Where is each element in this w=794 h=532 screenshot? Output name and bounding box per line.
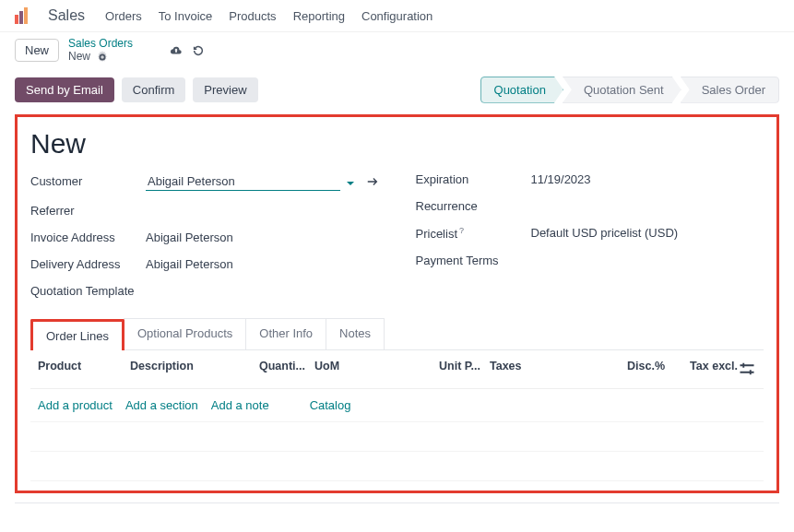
table-row (30, 452, 764, 481)
payment-terms-label: Payment Terms (416, 254, 531, 267)
referrer-label: Referrer (30, 204, 146, 218)
discard-icon[interactable] (192, 44, 205, 57)
nav-products[interactable]: Products (229, 9, 276, 23)
tab-other-info[interactable]: Other Info (245, 318, 326, 349)
status-pipeline: Quotation Quotation Sent Sales Order (481, 77, 779, 103)
breadcrumb-root[interactable]: Sales Orders (68, 38, 133, 51)
gear-icon[interactable] (96, 51, 109, 64)
tab-order-lines[interactable]: Order Lines (30, 319, 124, 350)
divider (15, 502, 779, 503)
catalog-link[interactable]: Catalog (310, 398, 351, 412)
col-description[interactable]: Description (130, 360, 259, 381)
new-button[interactable]: New (15, 39, 59, 62)
action-bar: Send by Email Confirm Preview Quotation … (0, 69, 794, 111)
customer-label: Customer (30, 174, 146, 188)
breadcrumb: Sales Orders New (68, 38, 133, 64)
record-title: New (30, 128, 764, 160)
stage-quotation[interactable]: Quotation (480, 77, 563, 103)
stage-quotation-sent[interactable]: Quotation Sent (563, 77, 681, 103)
add-section-link[interactable]: Add a section (125, 398, 198, 412)
control-bar: New Sales Orders New (0, 32, 794, 69)
col-quantity[interactable]: Quanti... (259, 360, 314, 381)
tab-optional-products[interactable]: Optional Products (124, 318, 246, 349)
table-header: Product Description Quanti... UoM Unit P… (30, 350, 764, 389)
breadcrumb-current: New (68, 51, 90, 64)
app-logo-icon (15, 7, 31, 24)
table-row (30, 422, 764, 452)
expiration-label: Expiration (416, 172, 531, 186)
send-email-button[interactable]: Send by Email (15, 77, 114, 102)
order-lines-table: Product Description Quanti... UoM Unit P… (30, 350, 764, 481)
col-discount[interactable]: Disc.% (591, 360, 665, 381)
open-record-icon[interactable] (366, 175, 379, 188)
col-product[interactable]: Product (38, 360, 130, 381)
delivery-address-value[interactable]: Abigail Peterson (146, 257, 379, 271)
invoice-address-value[interactable]: Abigail Peterson (146, 231, 379, 244)
confirm-button[interactable]: Confirm (122, 77, 186, 102)
stage-sales-order[interactable]: Sales Order (681, 77, 779, 103)
col-uom[interactable]: UoM (314, 360, 416, 381)
nav-configuration[interactable]: Configuration (361, 9, 433, 23)
nav-orders[interactable]: Orders (105, 9, 142, 23)
col-tax-excl[interactable]: Tax excl. (665, 360, 738, 381)
nav-to-invoice[interactable]: To Invoice (159, 9, 213, 23)
recurrence-label: Recurrence (416, 199, 531, 213)
col-tools[interactable] (738, 360, 756, 381)
pricelist-value[interactable]: Default USD pricelist (USD) (531, 226, 764, 240)
delivery-address-label: Delivery Address (30, 257, 146, 271)
col-taxes[interactable]: Taxes (480, 360, 591, 381)
quotation-template-label: Quotation Template (30, 284, 164, 298)
svg-rect-0 (15, 15, 18, 24)
app-name[interactable]: Sales (48, 7, 85, 24)
form-sheet: New Customer Referrer (15, 114, 779, 493)
nav-reporting[interactable]: Reporting (293, 9, 345, 23)
cloud-save-icon[interactable] (170, 44, 183, 57)
customer-input[interactable] (146, 172, 340, 191)
table-row: Add a product Add a section Add a note C… (30, 389, 764, 422)
columns-settings-icon[interactable] (738, 368, 756, 381)
pricelist-label: Pricelist? (416, 226, 531, 241)
col-unit-price[interactable]: Unit P... (416, 360, 480, 381)
add-product-link[interactable]: Add a product (38, 398, 113, 412)
svg-rect-1 (19, 11, 23, 24)
expiration-value[interactable]: 11/19/2023 (531, 172, 764, 186)
preview-button[interactable]: Preview (193, 77, 257, 102)
invoice-address-label: Invoice Address (30, 231, 146, 244)
help-icon[interactable]: ? (459, 226, 464, 235)
svg-rect-2 (24, 7, 28, 24)
chevron-down-icon[interactable] (346, 177, 355, 186)
add-note-link[interactable]: Add a note (211, 398, 269, 412)
tab-notes[interactable]: Notes (326, 318, 385, 349)
notebook-tabs: Order Lines Optional Products Other Info… (30, 318, 764, 350)
top-navbar: Sales Orders To Invoice Products Reporti… (0, 0, 794, 32)
